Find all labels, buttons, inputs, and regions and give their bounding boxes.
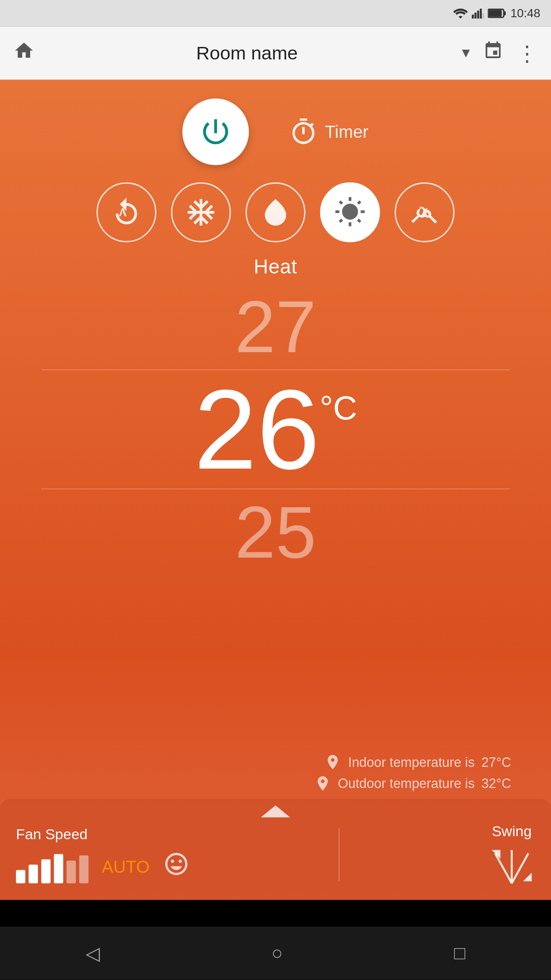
fan-bar-2 — [28, 865, 38, 883]
swing-icon — [489, 847, 535, 887]
power-icon — [199, 115, 232, 148]
current-mode-label: Heat — [254, 256, 297, 279]
room-name-title[interactable]: Room name — [45, 42, 449, 63]
mode-heat-button[interactable] — [320, 183, 380, 242]
svg-line-8 — [495, 853, 512, 884]
indoor-temp-label: Indoor temperature is — [348, 754, 475, 770]
main-content: Timer — [0, 80, 551, 900]
auto-mode-icon — [111, 196, 142, 228]
home-icon[interactable] — [13, 40, 34, 66]
chevron-up-icon — [261, 806, 290, 818]
svg-rect-7 — [489, 10, 502, 16]
svg-marker-11 — [492, 850, 500, 859]
status-bar: 10:48 — [0, 0, 551, 27]
mode-cool-button[interactable] — [171, 183, 231, 242]
svg-rect-0 — [472, 15, 474, 19]
more-options-icon[interactable]: ⋮ — [517, 40, 538, 66]
timer-icon — [289, 117, 318, 146]
battery-icon — [488, 8, 506, 19]
svg-rect-1 — [474, 12, 477, 19]
fan-controls: AUTO — [16, 850, 189, 883]
svg-rect-6 — [504, 11, 506, 15]
panel-chevron[interactable] — [16, 806, 535, 818]
svg-rect-2 — [477, 11, 479, 19]
power-timer-row: Timer — [0, 80, 551, 172]
svg-rect-3 — [480, 9, 482, 19]
nav-bar: ◁ ○ □ — [0, 927, 551, 980]
fan-speed-label: Fan Speed — [16, 826, 189, 843]
outdoor-temp-label: Outdoor temperature is — [338, 776, 475, 791]
svg-rect-4 — [483, 13, 484, 19]
fan-mode-icon — [409, 196, 440, 228]
panel-content: Fan Speed AUTO — [16, 823, 535, 887]
outdoor-temp-value: 32°C — [481, 776, 511, 791]
status-icons: 10:48 — [453, 6, 541, 20]
fan-bar-6 — [79, 855, 89, 883]
outdoor-temp-row: Outdoor temperature is 32°C — [314, 775, 511, 792]
fan-bars — [16, 850, 89, 883]
fan-speed-section[interactable]: Fan Speed AUTO — [16, 826, 189, 883]
dry-mode-icon — [260, 196, 291, 228]
fan-bar-4 — [54, 854, 63, 883]
right-icons: ⋮ — [483, 40, 538, 66]
temp-above: 27 — [235, 286, 316, 367]
temp-unit: °C — [320, 391, 357, 425]
indoor-temp-row: Indoor temperature is 27°C — [324, 754, 511, 771]
outdoor-temp-icon — [314, 775, 331, 792]
fan-bar-3 — [41, 859, 51, 884]
temp-info-section: Indoor temperature is 27°C Outdoor tempe… — [0, 747, 551, 799]
mode-dry-button[interactable] — [245, 183, 305, 242]
calendar-icon[interactable] — [483, 40, 503, 65]
swing-section[interactable]: Swing — [489, 823, 535, 887]
wifi-icon — [453, 8, 468, 19]
fan-speed-value: AUTO — [102, 856, 150, 877]
mode-row — [0, 172, 551, 253]
face-icon — [163, 850, 189, 883]
swing-label: Swing — [492, 823, 532, 840]
temp-divider-bottom — [41, 489, 510, 490]
temp-current: 26 — [194, 373, 319, 486]
signal-icon — [472, 8, 484, 19]
timer-label: Timer — [325, 121, 368, 142]
temperature-scroll[interactable]: 27 26 °C 25 — [0, 286, 551, 747]
heat-mode-icon — [334, 196, 366, 228]
indoor-temp-icon — [324, 754, 341, 771]
temp-current-row: 26 °C — [194, 373, 357, 486]
cool-mode-icon — [185, 196, 217, 228]
home-nav-button[interactable]: ○ — [272, 943, 283, 964]
bottom-panel: Fan Speed AUTO — [0, 799, 551, 900]
mode-auto-button[interactable] — [96, 183, 156, 242]
fan-bar-5 — [67, 861, 76, 884]
panel-divider — [339, 828, 340, 881]
app-bar: Room name ▼ ⋮ — [0, 27, 551, 80]
recent-button[interactable]: □ — [454, 943, 465, 964]
timer-button[interactable]: Timer — [289, 117, 368, 146]
temp-below: 25 — [235, 492, 316, 572]
status-time: 10:48 — [511, 6, 541, 20]
back-button[interactable]: ◁ — [86, 942, 100, 964]
power-button[interactable] — [183, 99, 249, 165]
svg-marker-12 — [523, 873, 532, 881]
indoor-temp-value: 27°C — [481, 754, 511, 770]
mode-fan-button[interactable] — [395, 183, 455, 242]
dropdown-arrow-icon[interactable]: ▼ — [459, 45, 473, 61]
fan-bar-1 — [16, 870, 25, 883]
